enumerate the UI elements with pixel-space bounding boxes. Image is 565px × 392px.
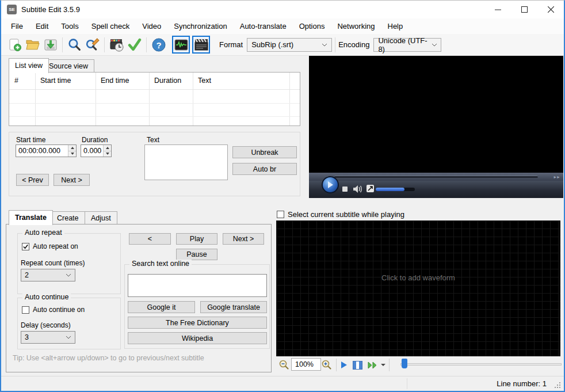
tab-list-view[interactable]: List view <box>9 58 49 73</box>
toolbar-separator <box>62 37 63 52</box>
column-header-number[interactable]: # <box>14 77 18 85</box>
open-file-button[interactable] <box>25 37 40 52</box>
spell-check-button[interactable] <box>127 37 142 52</box>
spin-down-button[interactable] <box>68 151 76 157</box>
waveform-area[interactable]: Click to add waveform <box>276 220 560 356</box>
auto-continue-checkbox[interactable] <box>22 306 29 314</box>
auto-continue-checkbox-label[interactable]: Auto continue on <box>33 306 85 314</box>
spell-check-icon <box>127 37 142 52</box>
tab-adjust[interactable]: Adjust <box>85 211 117 225</box>
app-window: SE Subtitle Edit 3.5.9 File Edit Tools S… <box>0 0 565 392</box>
minimize-button[interactable] <box>484 1 511 18</box>
video-stop-button[interactable] <box>342 187 348 192</box>
menu-synchronization[interactable]: Synchronization <box>167 18 234 34</box>
replace-button[interactable] <box>85 37 100 52</box>
volume-slider[interactable] <box>376 188 415 191</box>
menu-networking[interactable]: Networking <box>331 18 381 34</box>
subtitle-text-area[interactable] <box>144 144 228 180</box>
spin-up-button[interactable] <box>68 145 76 151</box>
fullscreen-button[interactable] <box>367 185 374 192</box>
start-time-spinner[interactable]: 00:00:00.000 <box>16 144 77 157</box>
save-button[interactable] <box>43 37 58 52</box>
find-button[interactable] <box>67 37 82 52</box>
wikipedia-button[interactable]: Wikipedia <box>128 332 267 344</box>
start-time-value[interactable]: 00:00:00.000 <box>16 145 68 157</box>
slider-thumb[interactable] <box>402 359 407 368</box>
google-translate-button[interactable]: Google translate <box>200 301 267 313</box>
select-current-subtitle-label[interactable]: Select current subtitle while playing <box>288 210 404 219</box>
waveform-position-slider[interactable] <box>400 363 562 366</box>
google-it-button[interactable]: Google it <box>128 301 195 313</box>
status-bar: Line number: 1 <box>1 376 564 391</box>
unbreak-button[interactable]: Unbreak <box>232 146 297 158</box>
video-toggle-button[interactable] <box>192 36 210 54</box>
spin-down-button[interactable] <box>104 151 111 157</box>
menu-options[interactable]: Options <box>293 18 331 34</box>
waveform-play-button[interactable] <box>340 361 348 369</box>
visual-sync-icon <box>109 37 124 52</box>
menu-edit[interactable]: Edit <box>29 18 55 34</box>
show-columns-button[interactable] <box>353 361 362 370</box>
replace-icon <box>85 37 100 52</box>
auto-repeat-checkbox-label[interactable]: Auto repeat on <box>33 242 78 250</box>
video-play-button[interactable] <box>322 176 339 193</box>
tab-create[interactable]: Create <box>51 211 85 225</box>
column-header-end-time[interactable]: End time <box>101 77 129 85</box>
maximize-icon <box>521 6 528 13</box>
help-button[interactable]: ? <box>151 37 166 52</box>
volume-icon[interactable] <box>353 185 362 193</box>
repeat-count-value: 2 <box>25 271 29 279</box>
pause-button[interactable]: Pause <box>176 249 217 260</box>
delay-dropdown[interactable]: 3 <box>21 331 75 344</box>
waveform-toggle-button[interactable] <box>172 36 190 54</box>
column-header-text[interactable]: Text <box>198 77 211 85</box>
playback-speed-button[interactable] <box>368 361 379 369</box>
column-header-start-time[interactable]: Start time <box>40 77 71 85</box>
close-button[interactable] <box>537 1 564 18</box>
seek-forward-icon[interactable]: ►► <box>553 175 560 179</box>
duration-spinner[interactable]: 0.000 <box>81 144 112 157</box>
resize-grip-icon[interactable] <box>555 382 561 389</box>
zoom-in-button[interactable] <box>321 359 333 371</box>
waveform-zoom-value[interactable]: 100% <box>291 358 321 371</box>
prev-button[interactable]: < Prev <box>16 174 49 186</box>
tab-translate[interactable]: Translate <box>9 210 53 225</box>
zoom-out-button[interactable] <box>278 359 290 371</box>
visual-sync-button[interactable] <box>109 37 124 52</box>
video-seek-bar[interactable] <box>334 176 538 178</box>
auto-br-button[interactable]: Auto br <box>232 163 297 175</box>
subtitle-table[interactable]: # Start time End time Duration Text <box>9 72 300 126</box>
auto-repeat-group: Auto repeat Auto repeat on Repeat count … <box>17 233 121 294</box>
window-title: Subtitle Edit 3.5.9 <box>21 5 80 14</box>
repeat-count-dropdown[interactable]: 2 <box>21 269 75 281</box>
back-button[interactable]: < <box>129 233 171 245</box>
video-player[interactable]: ◄◄ ►► <box>309 56 563 198</box>
select-current-subtitle-checkbox[interactable] <box>277 211 284 218</box>
duration-value[interactable]: 0.000 <box>81 145 103 157</box>
play-button[interactable]: Play <box>176 233 217 245</box>
menu-auto-translate[interactable]: Auto-translate <box>234 18 293 34</box>
tab-source-view[interactable]: Source view <box>43 59 94 73</box>
toolbar-separator <box>146 37 147 52</box>
repeat-count-label: Repeat count (times) <box>21 259 85 267</box>
auto-repeat-checkbox[interactable] <box>22 243 29 250</box>
encoding-dropdown[interactable]: Unicode (UTF-8) <box>373 38 441 52</box>
free-dictionary-button[interactable]: The Free Dictionary <box>128 317 267 329</box>
column-header-duration[interactable]: Duration <box>154 77 181 85</box>
menu-tools[interactable]: Tools <box>55 18 85 34</box>
delay-value: 3 <box>25 333 29 341</box>
next-subtitle-button[interactable]: Next > <box>223 233 264 245</box>
next-button[interactable]: Next > <box>54 174 90 186</box>
menu-video[interactable]: Video <box>136 18 167 34</box>
spin-up-button[interactable] <box>104 145 111 151</box>
maximize-button[interactable] <box>511 1 537 18</box>
menu-spell-check[interactable]: Spell check <box>85 18 136 34</box>
menu-bar: File Edit Tools Spell check Video Synchr… <box>1 18 564 34</box>
new-file-button[interactable] <box>7 37 22 52</box>
menu-help[interactable]: Help <box>381 18 410 34</box>
format-dropdown[interactable]: SubRip (.srt) <box>247 38 332 52</box>
search-text-input[interactable] <box>128 274 267 297</box>
menu-file[interactable]: File <box>5 18 29 34</box>
title-bar: SE Subtitle Edit 3.5.9 <box>1 1 564 18</box>
speed-dropdown-caret-icon[interactable] <box>381 364 385 367</box>
